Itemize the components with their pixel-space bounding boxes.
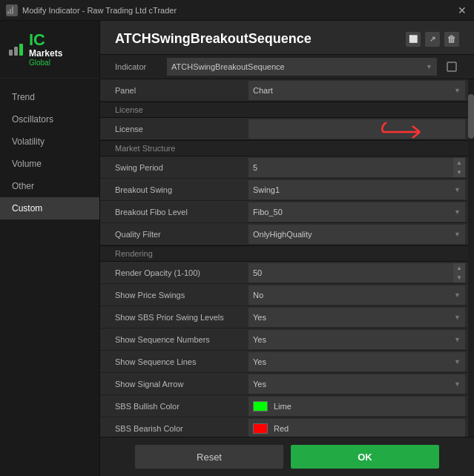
panel-control: Chart ▼ [248, 81, 468, 100]
show-price-swings-value: No [253, 291, 263, 300]
show-signal-arrow-control: Yes ▼ [248, 374, 468, 394]
show-signal-arrow-arrow: ▼ [454, 380, 461, 388]
title-icon-group: ⬜ ↗ 🗑 [406, 32, 459, 47]
sidebar-nav: Trend Oscillators Volatility Volume Othe… [0, 79, 99, 476]
license-row: License [100, 118, 468, 140]
sidebar-item-volatility[interactable]: Volatility [0, 130, 99, 153]
indicator-select-value: ATCHSwingBreakoutSequence [171, 62, 285, 71]
sidebar-item-other[interactable]: Other [0, 175, 99, 197]
render-opacity-down[interactable]: ▼ [453, 273, 465, 282]
content-area: ATCHSwingBreakoutSequence ⬜ ↗ 🗑 Indicato… [100, 21, 474, 476]
window-title: Modify Indicator - Raw Trading Ltd cTrad… [22, 6, 452, 15]
indicator-title-bar: ATCHSwingBreakoutSequence ⬜ ↗ 🗑 [100, 21, 474, 54]
logo-ic: IC [29, 31, 62, 49]
quality-filter-arrow: ▼ [454, 231, 461, 238]
show-sbs-prior-row: Show SBS Prior Swing Levels Yes ▼ [100, 306, 468, 328]
show-signal-arrow-select[interactable]: Yes ▼ [248, 374, 465, 394]
ok-button[interactable]: OK [291, 445, 439, 469]
breakout-fibo-select[interactable]: Fibo_50 ▼ [248, 202, 465, 222]
license-label: License [100, 125, 248, 133]
delete-icon-btn[interactable]: 🗑 [444, 32, 459, 47]
indicator-select[interactable]: ATCHSwingBreakoutSequence ▼ [167, 58, 437, 76]
swing-period-down[interactable]: ▼ [453, 168, 465, 177]
render-opacity-row: Render Opacity (1-100) 50 ▲ ▼ [100, 262, 468, 284]
quality-filter-row: Quality Filter OnlyHighQuality ▼ [100, 223, 468, 245]
sbs-bullish-color-picker[interactable]: Lime [248, 397, 465, 416]
app-icon [6, 4, 18, 16]
restore-icon-btn[interactable]: ⬜ [406, 32, 421, 47]
title-bar: Modify Indicator - Raw Trading Ltd cTrad… [0, 0, 474, 21]
swing-period-row: Swing Period 5 ▲ ▼ [100, 156, 468, 179]
breakout-swing-select[interactable]: Swing1 ▼ [248, 180, 465, 199]
show-price-swings-select[interactable]: No ▼ [248, 285, 465, 305]
sbs-bearish-color-label: SBS Bearish Color [100, 424, 248, 433]
sbs-bullish-swatch [253, 401, 268, 411]
reset-button[interactable]: Reset [135, 445, 283, 469]
float-icon-btn[interactable]: ↗ [425, 32, 440, 47]
show-seq-lines-value: Yes [253, 357, 266, 366]
quality-filter-select[interactable]: OnlyHighQuality ▼ [248, 225, 465, 244]
sbs-bullish-color-value: Lime [274, 402, 292, 411]
svg-rect-2 [12, 7, 13, 14]
render-opacity-value: 50 [248, 268, 453, 277]
sbs-bearish-color-picker[interactable]: Red [248, 419, 465, 437]
sidebar-logo: IC Markets Global [0, 21, 99, 79]
breakout-swing-label: Breakout Swing [100, 185, 248, 194]
sidebar-item-oscillators[interactable]: Oscillators [0, 108, 99, 130]
logo-global: Global [29, 59, 62, 67]
license-input[interactable] [248, 119, 465, 139]
quality-filter-label: Quality Filter [100, 230, 248, 239]
breakout-swing-arrow: ▼ [454, 186, 461, 194]
sidebar-item-volume[interactable]: Volume [0, 153, 99, 175]
render-opacity-label: Render Opacity (1-100) [100, 268, 248, 277]
show-sbs-prior-control: Yes ▼ [248, 308, 468, 327]
show-signal-arrow-label: Show Signal Arrow [100, 380, 248, 389]
show-seq-lines-select[interactable]: Yes ▼ [248, 352, 465, 371]
show-price-swings-control: No ▼ [248, 285, 468, 305]
show-sbs-prior-label: Show SBS Prior Swing Levels [100, 313, 248, 322]
show-seq-lines-arrow: ▼ [454, 358, 461, 366]
bottom-bar: Reset OK [100, 437, 474, 476]
rendering-section-header: Rendering [100, 245, 468, 262]
show-price-swings-arrow: ▼ [454, 291, 461, 299]
show-sbs-prior-select[interactable]: Yes ▼ [248, 308, 465, 327]
quality-filter-value: OnlyHighQuality [253, 230, 312, 239]
breakout-swing-value: Swing1 [253, 185, 280, 194]
breakout-fibo-arrow: ▼ [454, 208, 461, 216]
show-seq-numbers-select[interactable]: Yes ▼ [248, 330, 465, 349]
swing-period-spinner: 5 ▲ ▼ [248, 158, 465, 177]
scrollbar-thumb[interactable] [468, 94, 474, 139]
show-seq-numbers-label: Show Sequence Numbers [100, 335, 248, 344]
swing-period-value: 5 [248, 163, 453, 172]
license-section-header: License [100, 102, 468, 118]
sidebar-item-custom[interactable]: Custom [0, 197, 99, 219]
panel-select[interactable]: Chart ▼ [248, 81, 465, 100]
logo-markets: Markets [29, 49, 62, 59]
sidebar-item-trend[interactable]: Trend [0, 86, 99, 108]
indicator-edit-icon[interactable] [444, 62, 459, 72]
show-seq-lines-label: Show Sequence Lines [100, 357, 248, 366]
indicator-field-label: Indicator [115, 62, 159, 71]
render-opacity-up[interactable]: ▲ [453, 263, 465, 273]
render-opacity-control: 50 ▲ ▼ [248, 263, 468, 282]
sbs-bearish-color-value: Red [274, 424, 289, 433]
close-button[interactable]: ✕ [456, 4, 468, 16]
scrollbar-track[interactable] [468, 79, 474, 437]
sbs-bearish-color-control: Red [248, 419, 468, 437]
show-seq-numbers-value: Yes [253, 335, 266, 344]
indicator-select-arrow: ▼ [426, 63, 432, 70]
show-price-swings-label: Show Price Swings [100, 291, 248, 300]
render-opacity-spinner: 50 ▲ ▼ [248, 263, 465, 282]
show-signal-arrow-row: Show Signal Arrow Yes ▼ [100, 373, 468, 395]
swing-period-control: 5 ▲ ▼ [248, 158, 468, 177]
sbs-bullish-color-row: SBS Bullish Color Lime [100, 395, 468, 417]
market-structure-header: Market Structure [100, 140, 468, 156]
breakout-swing-control: Swing1 ▼ [248, 180, 468, 199]
logo-bars-icon [9, 44, 23, 56]
sbs-bullish-color-label: SBS Bullish Color [100, 402, 248, 411]
show-seq-numbers-arrow: ▼ [454, 336, 461, 343]
quality-filter-control: OnlyHighQuality ▼ [248, 225, 468, 244]
swing-period-label: Swing Period [100, 163, 248, 172]
swing-period-up[interactable]: ▲ [453, 158, 465, 168]
show-seq-numbers-row: Show Sequence Numbers Yes ▼ [100, 328, 468, 351]
